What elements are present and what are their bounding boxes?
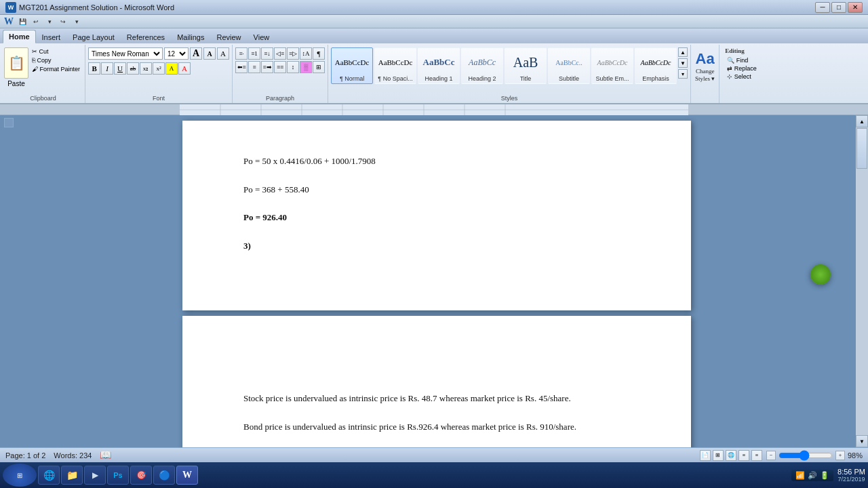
style-heading2[interactable]: AaBbCc Heading 2 (461, 47, 503, 84)
bold-button[interactable]: B (88, 62, 100, 75)
styles-group: AaBbCcDc ¶ Normal AaBbCcDc ¶ No Spaci...… (328, 45, 691, 103)
align-left-button[interactable]: ⬅≡ (235, 61, 248, 73)
save-button[interactable]: 💾 (16, 16, 28, 27)
print-layout-button[interactable]: 📄 (700, 450, 711, 461)
styles-up-arrow[interactable]: ▲ (678, 47, 688, 57)
style-title-preview: AaB (513, 49, 538, 75)
tab-insert[interactable]: Insert (36, 30, 67, 43)
tab-review[interactable]: Review (210, 30, 247, 43)
borders-button[interactable]: ⊞ (313, 61, 325, 73)
sort-button[interactable]: ↕A (300, 47, 312, 60)
tab-home[interactable]: Home (3, 30, 36, 43)
cut-button[interactable]: ✂ Cut (30, 47, 82, 56)
taskbar-photoshop-button[interactable]: Ps (107, 466, 129, 485)
style-no-spacing[interactable]: AaBbCcDc ¶ No Spaci... (374, 47, 416, 84)
tab-view[interactable]: View (248, 30, 276, 43)
style-emphasis[interactable]: AaBbCcDc Emphasis (635, 47, 677, 84)
styles-down-arrow[interactable]: ▼ (678, 58, 688, 68)
change-styles-icon: Aa (696, 50, 715, 68)
style-emphasis-preview: AaBbCcDc (641, 49, 671, 75)
taskbar-explorer-button[interactable]: 📁 (61, 466, 83, 485)
shrink-font-button[interactable]: A (203, 47, 216, 60)
maximize-button[interactable]: □ (831, 2, 846, 13)
right-scrollbar[interactable]: ▲ ▼ (856, 115, 868, 447)
clock-area[interactable]: 8:56 PM 7/21/2019 (837, 468, 865, 483)
word-logo-button[interactable]: W (3, 16, 15, 27)
tab-page-layout[interactable]: Page Layout (66, 30, 121, 43)
dec-indent-button[interactable]: ◁≡ (274, 47, 286, 60)
scroll-thumb[interactable] (856, 128, 867, 169)
undo-button[interactable]: ↩ (30, 16, 42, 27)
inc-indent-button[interactable]: ≡▷ (287, 47, 299, 60)
taskbar-word-button[interactable]: W (176, 466, 198, 485)
page2-blank1 (243, 350, 630, 364)
editing-group: Editing 🔍 Find ⇄ Replace ⊹ Select (719, 45, 764, 103)
align-center-button[interactable]: ≡ (248, 61, 260, 73)
pages-area[interactable]: Po = 50 x 0.4416/0.06 + 1000/1.7908 Po =… (18, 115, 856, 447)
close-button[interactable]: ✕ (848, 2, 863, 13)
style-subtitle[interactable]: AaBbCc.. Subtitle (548, 47, 590, 84)
subscript-button[interactable]: x₂ (140, 62, 152, 75)
page-info: Page: 1 of 2 (5, 451, 45, 460)
style-normal[interactable]: AaBbCcDc ¶ Normal (331, 47, 373, 84)
bullets-button[interactable]: ≡· (235, 47, 248, 60)
select-button[interactable]: ⊹ Select (725, 73, 759, 81)
margin-indicator (4, 118, 14, 127)
style-title[interactable]: AaB Title (505, 47, 547, 84)
strikethrough-button[interactable]: ab (127, 62, 139, 75)
text-highlight-button[interactable]: A (165, 62, 178, 75)
minimize-button[interactable]: ─ (815, 2, 830, 13)
underline-button[interactable]: U (114, 62, 126, 75)
align-right-button[interactable]: ≡➡ (261, 61, 273, 73)
zoom-in-button[interactable]: + (835, 451, 845, 460)
line-spacing-button[interactable]: ↕ (287, 61, 299, 73)
tab-mailings[interactable]: Mailings (171, 30, 210, 43)
page2-blank4 (243, 406, 630, 420)
copy-button[interactable]: ⎘ Copy (30, 56, 82, 64)
numbering-button[interactable]: ≡1 (248, 47, 260, 60)
show-marks-button[interactable]: ¶ (313, 47, 325, 60)
style-subtle-em-preview: AaBbCcDc (597, 49, 628, 75)
styles-more-arrow[interactable]: ▾ (678, 69, 688, 79)
paste-icon: 📋 (4, 47, 28, 79)
draft-button[interactable]: ≡ (751, 450, 762, 461)
start-button[interactable]: ⊞ (3, 464, 37, 487)
web-layout-button[interactable]: 🌐 (726, 450, 736, 461)
font-size-select[interactable]: 12 (164, 47, 189, 60)
page1-content: Po = 50 x 0.4416/0.06 + 1000/1.7908 Po =… (243, 155, 630, 253)
style-subtle-em[interactable]: AaBbCcDc Subtle Em... (591, 47, 633, 84)
spell-check-icon[interactable]: 📖 (100, 449, 111, 461)
multilevel-button[interactable]: ≡↓ (261, 47, 273, 60)
window-title: MGT201 Assignment Solution - Microsoft W… (19, 3, 174, 12)
scroll-up-button[interactable]: ▲ (856, 115, 868, 127)
grow-font-button[interactable]: A (190, 47, 202, 60)
find-button[interactable]: 🔍 Find (725, 56, 759, 64)
qa-dropdown[interactable]: ▾ (71, 16, 83, 27)
zoom-out-button[interactable]: − (766, 451, 776, 460)
format-painter-button[interactable]: 🖌 Format Painter (30, 65, 82, 73)
superscript-button[interactable]: x² (153, 62, 165, 75)
paste-button[interactable]: 📋 Paste (4, 47, 28, 87)
full-screen-button[interactable]: ⊞ (713, 450, 724, 461)
shading-button[interactable]: ░ (300, 61, 312, 73)
font-name-select[interactable]: Times New Roman (88, 47, 163, 60)
clipboard-small-buttons: ✂ Cut ⎘ Copy 🖌 Format Painter (30, 47, 82, 73)
font-color-button[interactable]: A (178, 62, 191, 75)
taskbar-chrome-button[interactable]: 🔵 (153, 466, 175, 485)
scroll-down-button[interactable]: ▼ (856, 435, 868, 447)
justify-button[interactable]: ≡≡ (274, 61, 286, 73)
italic-button[interactable]: I (101, 62, 113, 75)
change-styles-button[interactable]: Aa ChangeStyles ▾ (691, 45, 719, 103)
zoom-slider[interactable] (778, 451, 833, 460)
taskbar-ie-button[interactable]: 🌐 (38, 466, 60, 485)
outline-button[interactable]: ≡ (738, 450, 749, 461)
taskbar-snagit-button[interactable]: 🎯 (130, 466, 152, 485)
undo-dropdown[interactable]: ▾ (43, 16, 56, 27)
style-heading1[interactable]: AaBbCc Heading 1 (418, 47, 460, 84)
replace-button[interactable]: ⇄ Replace (725, 64, 759, 73)
redo-button[interactable]: ↪ (57, 16, 69, 27)
clear-format-button[interactable]: A (217, 47, 229, 60)
media-player-icon: ▶ (88, 468, 102, 482)
tab-references[interactable]: References (121, 30, 171, 43)
taskbar-media-button[interactable]: ▶ (84, 466, 106, 485)
